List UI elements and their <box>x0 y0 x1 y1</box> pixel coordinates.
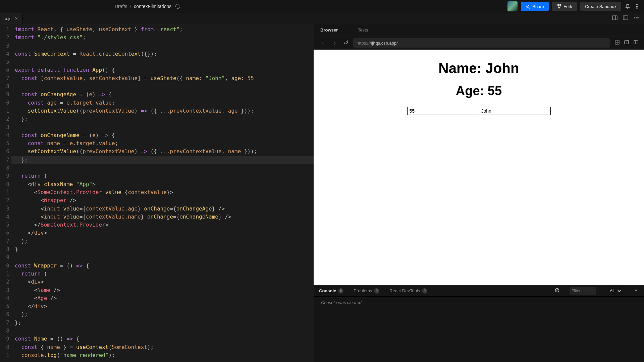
line-gutter: 1 2 3 4 5 6 7 8 9 0 1 2 3 4 5 6 7 8 9 0 … <box>0 24 11 362</box>
tab-react-devtools[interactable]: React DevTools 0 <box>389 288 427 294</box>
svg-point-11 <box>636 17 637 18</box>
code-content[interactable]: import React, { useState, useContext } f… <box>15 24 314 362</box>
svg-point-5 <box>637 8 637 8</box>
preview-tabstrip: Browser Tests <box>314 24 644 36</box>
preview-name-label: Name: <box>438 60 485 76</box>
bell-icon[interactable] <box>625 3 631 9</box>
svg-line-19 <box>556 289 558 292</box>
svg-rect-15 <box>627 41 629 44</box>
split-panel-2-icon[interactable] <box>623 15 629 22</box>
console-collapse-icon[interactable] <box>632 288 639 294</box>
console-message: Console was cleared <box>321 300 362 305</box>
tab-browser[interactable]: Browser <box>320 27 338 33</box>
right-pane: Browser Tests ‹ › https://4jhqs.csb.app/… <box>314 24 644 362</box>
console-panel: Console 0 Problems 0 React DevTools 0 A <box>314 285 644 362</box>
preview-tool-3-icon[interactable] <box>633 40 639 46</box>
tab-console[interactable]: Console 0 <box>319 288 343 294</box>
tabstrip-tools <box>612 15 644 22</box>
svg-point-4 <box>637 6 637 7</box>
tab-console-label: Console <box>319 288 336 293</box>
avatar[interactable] <box>507 1 518 11</box>
name-input[interactable] <box>479 107 551 115</box>
breadcrumb-folder[interactable]: Drafts <box>115 4 127 9</box>
preview-age-value: 55 <box>488 84 502 98</box>
fork-label: Fork <box>564 4 572 9</box>
console-level-select[interactable]: All <box>606 287 622 295</box>
preview-viewport[interactable]: Name: John Age: 55 <box>314 50 644 285</box>
preview-name-value: John <box>485 60 519 76</box>
create-sandbox-button[interactable]: Create Sandbox <box>580 2 621 11</box>
svg-rect-17 <box>634 41 636 44</box>
devtools-count-badge: 0 <box>422 288 427 294</box>
svg-point-3 <box>637 4 637 5</box>
svg-point-10 <box>634 17 635 18</box>
console-filter-input[interactable] <box>570 287 596 295</box>
nav-back-icon[interactable]: ‹ <box>319 40 326 47</box>
create-sandbox-label: Create Sandbox <box>585 4 616 9</box>
svg-point-12 <box>638 17 638 18</box>
fork-icon <box>557 4 561 9</box>
fork-button[interactable]: Fork <box>552 2 577 11</box>
share-button[interactable]: Share <box>521 2 549 11</box>
topbar: Drafts / context-limitations Share Fork … <box>0 0 644 13</box>
main-split: 1 2 3 4 5 6 7 8 9 0 1 2 3 4 5 6 7 8 9 0 … <box>0 24 644 362</box>
console-count-badge: 0 <box>338 288 343 294</box>
address-bar: ‹ › https://4jhqs.csb.app/ <box>314 36 644 50</box>
more-icon[interactable] <box>633 15 639 22</box>
share-icon <box>526 4 530 9</box>
editor-tabstrip: p.js × <box>0 13 644 24</box>
svg-rect-6 <box>612 16 617 20</box>
breadcrumb-file[interactable]: context-limitations <box>134 4 171 9</box>
split-panel-icon[interactable] <box>612 15 618 22</box>
topbar-actions: Share Fork Create Sandbox <box>507 1 640 11</box>
share-label: Share <box>532 4 544 9</box>
sync-status-icon[interactable] <box>175 4 180 9</box>
tab-problems-label: Problems <box>354 288 372 293</box>
code-editor[interactable]: 1 2 3 4 5 6 7 8 9 0 1 2 3 4 5 6 7 8 9 0 … <box>0 24 314 362</box>
preview-tool-2-icon[interactable] <box>624 40 629 46</box>
preview-age-heading: Age: 55 <box>456 84 502 98</box>
reload-icon[interactable] <box>343 40 348 46</box>
preview-tool-1-icon[interactable] <box>614 40 620 46</box>
preview-name-heading: Name: John <box>438 60 519 76</box>
preview-inputs <box>407 107 551 115</box>
breadcrumb-separator: / <box>130 4 131 9</box>
svg-rect-16 <box>634 41 638 44</box>
console-tabstrip: Console 0 Problems 0 React DevTools 0 A <box>314 285 644 297</box>
problems-count-badge: 0 <box>374 288 379 294</box>
file-tab[interactable]: p.js × <box>0 13 22 24</box>
tab-problems[interactable]: Problems 0 <box>354 288 379 294</box>
file-tab-label: p.js <box>5 16 11 21</box>
preview-toolbar-right <box>614 40 639 46</box>
url-scheme: https:// <box>357 41 370 46</box>
url-host: 4jhqs.csb.app/ <box>370 41 398 46</box>
nav-forward-icon[interactable]: › <box>331 40 338 47</box>
age-input[interactable] <box>407 107 479 115</box>
tab-tests[interactable]: Tests <box>358 27 368 33</box>
svg-rect-14 <box>625 41 629 44</box>
tab-react-devtools-label: React DevTools <box>389 288 420 293</box>
clear-console-icon[interactable] <box>555 288 559 294</box>
kebab-menu-icon[interactable] <box>634 3 640 9</box>
close-tab-icon[interactable]: × <box>15 16 18 21</box>
preview-age-label: Age: <box>456 84 488 98</box>
svg-rect-8 <box>623 16 628 20</box>
console-output[interactable]: Console was cleared <box>314 297 644 362</box>
url-input[interactable]: https://4jhqs.csb.app/ <box>353 38 610 48</box>
breadcrumb[interactable]: Drafts / context-limitations <box>115 4 507 9</box>
